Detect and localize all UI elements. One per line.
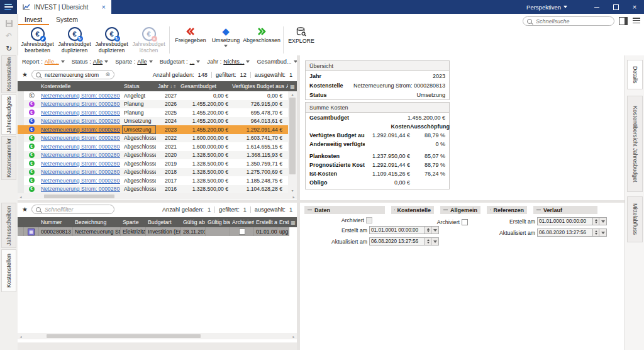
column-header-nummer[interactable]: Nummer [39,219,73,225]
column-header-gueltig-bis[interactable]: Gültig bis [206,219,230,225]
window-tab[interactable]: INVEST | Übersicht × [17,0,111,14]
column-header-verfuegtes-budget[interactable]: Verfügtes Budget aus Lovion [230,83,284,89]
kostenstelle-link[interactable]: Netzerneuerung Strom: 0000280813 [41,135,120,141]
sidebar-tab-kostenstellen[interactable]: Kostenstellen [1,55,16,93]
kostenstelle-link[interactable]: Netzerneuerung Strom: 0000280813 [41,93,120,99]
table-row[interactable]: Netzerneuerung Strom: 0000280813 Angeleg… [18,91,288,100]
jahresbudget-duplizieren-button-2[interactable]: Jahresbudgetduplizieren [93,25,130,55]
column-header-status[interactable]: Status [122,83,156,89]
vertical-scrollbar[interactable]: ▴ ▾ [288,91,297,193]
kostenstelle-link[interactable]: Netzerneuerung Strom: 0000280813 [41,169,120,175]
kostenstelle-link[interactable]: Netzerneuerung Strom: 0000280813 [41,101,120,107]
kostenstelle-link[interactable]: Netzerneuerung Strom: 0000280813 [41,110,120,116]
sidebar-tab-kostensammler[interactable]: Kostensammler [1,136,16,180]
spinner-icon[interactable] [425,237,431,246]
tab-system[interactable]: System [49,14,85,25]
dropdown-icon[interactable] [599,217,607,225]
scroll-left-icon[interactable]: ◂ [18,334,24,339]
horizontal-scrollbar[interactable]: ◂ ▸ [18,193,297,200]
schnellfilter-input[interactable] [43,206,110,213]
dropdown-icon[interactable] [599,229,607,237]
abgeschlossen-button[interactable]: Abgeschlossen [242,25,281,55]
kostenstelle-link[interactable]: Netzerneuerung Strom: 0000280813 [41,118,120,124]
sidebar-tab-jahresbudgets[interactable]: Jahresbudgets [1,94,16,135]
tab-close-icon[interactable]: × [102,4,106,11]
group-header-kostenstelle[interactable]: Kostenstelle [391,206,434,214]
date-field[interactable]: 01.01.0001 00:00:00 [537,217,607,225]
table-row[interactable]: Netzerneuerung Strom: 0000280813 Abgesch… [18,185,288,194]
spinner-icon[interactable] [593,217,599,225]
scroll-down-icon[interactable]: ▾ [288,188,297,193]
column-chooser-icon[interactable]: ▦ [289,217,297,227]
date-field[interactable]: 06.08.2020 13:27:56 [369,237,439,246]
table-row[interactable]: Netzerneuerung Strom: 0000280813 Abgesch… [18,176,288,185]
scroll-left-icon[interactable]: ◂ [18,195,24,199]
table-row[interactable]: Netzerneuerung Strom: 0000280813 Abgesch… [18,159,288,168]
explore-button[interactable]: EXPLORE [286,25,317,55]
spinner-icon[interactable] [593,229,599,237]
freigegeben-button[interactable]: Freigegeben [172,25,209,55]
group-header-verlauf[interactable]: Verlauf [533,206,597,214]
column-header-gesamtbudget[interactable]: Gesamtbudget [179,83,230,89]
column-header-jahr[interactable]: Jahr↓≡ [156,83,179,89]
scroll-right-icon[interactable]: ▸ [291,334,297,339]
sidebar-panel-icon[interactable] [619,17,628,25]
group-header-referenzen[interactable]: Referenzen [487,206,527,214]
scrollbar-thumb[interactable] [44,195,114,198]
sidebar-tab-kostenstellen-2[interactable]: Kostenstellen [1,249,16,292]
column-header-gueltig-ab[interactable]: Gültig ab [181,219,206,225]
close-button[interactable]: × [625,0,644,14]
favorite-star-icon[interactable]: ★ [22,206,28,213]
table-row[interactable]: Netzerneuerung Strom: 0000280813 Planung… [18,108,288,117]
scroll-up-icon[interactable]: ▴ [288,91,297,97]
column-header-erste[interactable]: Erste [277,219,289,225]
jahresbudget-bearbeiten-button[interactable]: Jahresbudgetbearbeiten [19,25,56,55]
archiviert-checkbox[interactable] [462,219,468,225]
group-header-daten[interactable]: Daten [304,206,385,214]
hamburger-menu-icon[interactable] [633,18,640,23]
table-row[interactable]: Netzerneuerung Strom: 0000280813 Abgesch… [18,142,288,151]
umsetzung-button[interactable]: ◆ Umsetzung [209,25,242,55]
column-header-archiviert[interactable]: Archiviert [230,219,254,225]
date-field[interactable]: 06.08.2020 13:27:56 [537,229,607,237]
table-row-selected[interactable]: Netzerneuerung Strom: 0000280813 Umsetzu… [18,125,288,134]
table-row[interactable]: Netzerneuerung Strom: 0000280813 Umsetzu… [18,117,288,126]
column-header-budgetart[interactable]: Budgetart [146,219,181,225]
minimize-button[interactable] [587,0,606,14]
maximize-button[interactable] [606,0,625,14]
filter-sparte[interactable]: Sparte :Alle [115,59,153,65]
scrollbar-thumb[interactable] [289,98,296,174]
column-header-erstellt-am[interactable]: Erstellt am [254,219,277,225]
kostenstelle-link[interactable]: Netzerneuerung Strom: 0000280813 [41,127,120,133]
perspektiven-menu[interactable]: Perspektiven [523,0,571,14]
date-field[interactable]: 01.01.0001 00:00:00 [369,226,439,234]
filter-report[interactable]: Report :Alle... [22,59,65,65]
kostenstelle-link[interactable]: Netzerneuerung Strom: 0000280813 [41,186,120,192]
filter-jahr[interactable]: Jahr :Nichts... [207,59,250,65]
group-header-allgemein[interactable]: Allgemein [440,206,480,214]
tab-mittelabfluss[interactable]: Mittelabfluss [627,196,643,242]
filter-gesamtbudget[interactable]: Gesamtbud... [257,59,297,65]
filter-budgetart[interactable]: Budgetart :... [160,59,201,65]
search-box[interactable]: ⊗ [31,70,114,79]
column-header-bezeichnung[interactable]: Bezeichnung [73,219,121,225]
tab-invest[interactable]: Invest [18,14,49,25]
filter-box[interactable] [31,205,114,214]
table-row[interactable]: Netzerneuerung Strom: 0000280813 Abgesch… [18,134,288,143]
spinner-icon[interactable] [425,226,431,234]
tab-details[interactable]: Details [627,60,643,89]
quick-search[interactable] [523,16,614,26]
column-header-kostenstelle[interactable]: Kostenstelle [39,83,122,89]
horizontal-scrollbar[interactable]: ◂ ▸ [18,333,297,339]
clear-icon[interactable]: ⊗ [105,72,110,77]
table-row[interactable]: Netzerneuerung Strom: 0000280813 Abgesch… [18,168,288,177]
archiviert-checkbox[interactable] [239,229,245,235]
table-row[interactable]: Netzerneuerung Strom: 0000280813 Planung… [18,100,288,109]
favorite-star-icon[interactable]: ★ [22,71,28,78]
scroll-right-icon[interactable]: ▸ [291,195,297,199]
scrollbar-thumb[interactable] [47,334,201,338]
filter-status[interactable]: Status :Alle [72,59,108,65]
tab-kostenuebersicht-jahresbudget[interactable]: Kostenübersicht Jahresbudget [627,96,643,192]
kostenstelle-link[interactable]: Netzerneuerung Strom: 0000280813 [41,178,120,184]
table-row-selected[interactable]: ▦ 0000280813 Netzerneuerung Strom Elektr… [18,227,289,236]
